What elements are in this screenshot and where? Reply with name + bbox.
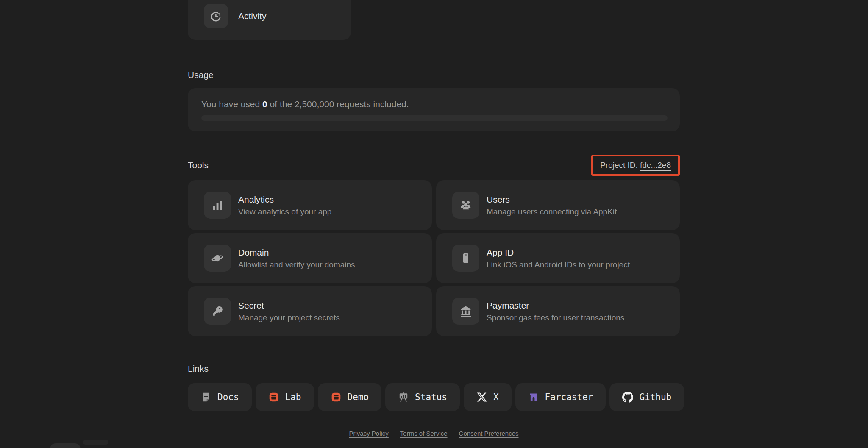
- demo-link-button[interactable]: Demo: [318, 383, 382, 411]
- link-button-label: Demo: [348, 392, 369, 402]
- main-content: Activity Usage You have used 0 of the 2,…: [188, 0, 680, 437]
- x-logo-icon: [476, 392, 487, 403]
- usage-summary-text: You have used 0 of the 2,500,000 request…: [201, 99, 667, 109]
- project-id-label: Project ID:: [600, 161, 640, 170]
- link-button-label: Status: [415, 392, 447, 402]
- usage-text-suffix: of the 2,500,000 requests included.: [267, 99, 409, 109]
- key-icon: [204, 298, 231, 325]
- lab-icon: [268, 392, 279, 403]
- tool-card-paymaster[interactable]: Paymaster Sponsor gas fees for user tran…: [436, 286, 680, 336]
- usage-text-prefix: You have used: [201, 99, 262, 109]
- activity-card-label: Activity: [238, 11, 267, 21]
- project-id-value[interactable]: fdc...2e8: [640, 161, 671, 170]
- consent-preferences-link[interactable]: Consent Preferences: [459, 430, 519, 437]
- document-icon: [200, 392, 211, 403]
- links-section-heading: Links: [188, 363, 680, 374]
- lab-link-button[interactable]: Lab: [256, 383, 314, 411]
- tool-card-title: App ID: [487, 247, 630, 258]
- links-row: Docs Lab Demo Status X Farcaster Github: [188, 383, 680, 411]
- activity-card[interactable]: Activity: [188, 0, 351, 40]
- privacy-policy-link[interactable]: Privacy Policy: [349, 430, 389, 437]
- link-button-label: Farcaster: [545, 392, 593, 402]
- planet-icon: [204, 245, 231, 272]
- usage-used-value: 0: [262, 99, 267, 109]
- project-id-badge[interactable]: Project ID: fdc...2e8: [591, 155, 680, 176]
- tool-card-description: Sponsor gas fees for user transactions: [487, 312, 624, 323]
- tool-card-description: Manage your project secrets: [238, 312, 340, 323]
- tool-card-title: Secret: [238, 300, 340, 311]
- tool-card-description: Link iOS and Android IDs to your project: [487, 259, 630, 270]
- bottom-left-artifact-small: [83, 440, 108, 445]
- users-icon: [452, 192, 479, 219]
- mobile-icon: [452, 245, 479, 272]
- link-button-label: Github: [639, 392, 671, 402]
- link-button-label: X: [493, 392, 499, 402]
- github-icon: [622, 392, 633, 403]
- tool-card-title: Users: [487, 194, 617, 205]
- terms-of-service-link[interactable]: Terms of Service: [400, 430, 448, 437]
- bottom-left-artifact: [50, 443, 81, 448]
- tool-card-title: Domain: [238, 247, 355, 258]
- tool-card-description: Manage users connecting via AppKit: [487, 206, 617, 217]
- farcaster-icon: [528, 392, 539, 403]
- tool-card-title: Paymaster: [487, 300, 624, 311]
- docs-link-button[interactable]: Docs: [188, 383, 252, 411]
- tool-card-app-id[interactable]: App ID Link iOS and Android IDs to your …: [436, 233, 680, 283]
- status-link-button[interactable]: Status: [385, 383, 460, 411]
- usage-progress-track: [201, 115, 668, 121]
- demo-icon: [331, 392, 342, 403]
- tools-section-heading: Tools: [188, 160, 209, 171]
- bar-chart-icon: [204, 192, 231, 219]
- usage-card: You have used 0 of the 2,500,000 request…: [188, 88, 680, 131]
- presentation-icon: [398, 392, 409, 403]
- tool-card-domain[interactable]: Domain Allowlist and verify your domains: [188, 233, 432, 283]
- tools-grid: Analytics View analytics of your app Use…: [188, 180, 680, 336]
- tool-card-description: View analytics of your app: [238, 206, 331, 217]
- link-button-label: Docs: [217, 392, 239, 402]
- github-link-button[interactable]: Github: [609, 383, 684, 411]
- tool-card-secret[interactable]: Secret Manage your project secrets: [188, 286, 432, 336]
- farcaster-link-button[interactable]: Farcaster: [515, 383, 606, 411]
- tool-card-title: Analytics: [238, 194, 331, 205]
- bank-icon: [452, 298, 479, 325]
- usage-section-heading: Usage: [188, 70, 680, 81]
- tool-card-description: Allowlist and verify your domains: [238, 259, 355, 270]
- tool-card-users[interactable]: Users Manage users connecting via AppKit: [436, 180, 680, 230]
- clock-activity-icon: [204, 4, 228, 28]
- footer: Privacy Policy Terms of Service Consent …: [188, 430, 680, 437]
- link-button-label: Lab: [285, 392, 301, 402]
- x-link-button[interactable]: X: [464, 383, 512, 411]
- tool-card-analytics[interactable]: Analytics View analytics of your app: [188, 180, 432, 230]
